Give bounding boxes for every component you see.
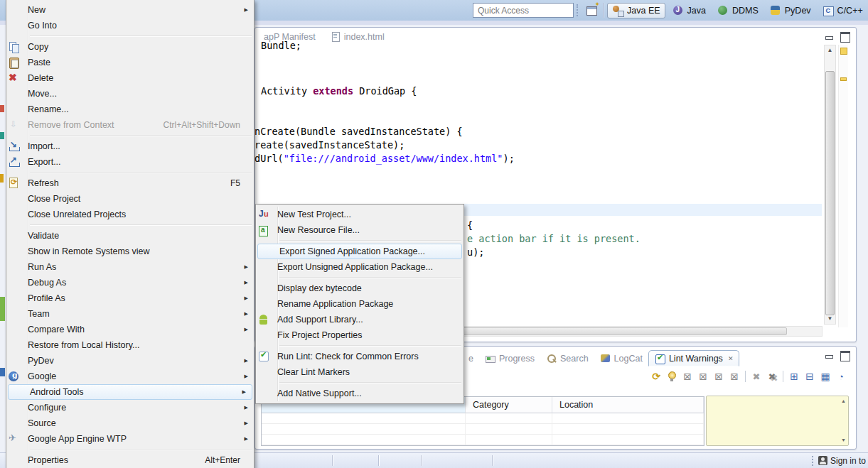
submenu-item-export-unsigned-application-package[interactable]: Export Unsigned Application Package... xyxy=(256,259,464,275)
expand-all-icon[interactable] xyxy=(786,369,802,384)
context-menu-item-properties[interactable]: PropertiesAlt+Enter xyxy=(6,452,254,468)
context-menu-item-show-in-remote-systems-view[interactable]: Show in Remote Systems view xyxy=(6,244,254,259)
submenu-item-add-native-support[interactable]: Add Native Support... xyxy=(256,386,464,401)
context-menu-item-export[interactable]: Export... xyxy=(6,154,254,170)
context-menu-item-import[interactable]: Import... xyxy=(6,138,254,154)
ignore-project-icon[interactable] xyxy=(727,369,742,384)
context-menu-item-new[interactable]: New▶ xyxy=(6,2,254,18)
scrollbar-thumb[interactable] xyxy=(825,71,835,315)
submenu-item-fix-project-properties[interactable]: Fix Project Properties xyxy=(256,327,464,343)
remove-all-markers-icon[interactable] xyxy=(764,369,780,384)
minimize-icon[interactable] xyxy=(823,349,835,360)
submenu-item-clear-lint-markers[interactable]: Clear Lint Markers xyxy=(256,364,464,380)
overview-ruler[interactable] xyxy=(838,45,848,327)
context-menu-item-delete[interactable]: Delete xyxy=(6,70,254,86)
column-header-location[interactable]: Location xyxy=(552,397,704,413)
context-menu-item-source[interactable]: Source▶ xyxy=(6,415,254,431)
annotation-marker[interactable] xyxy=(840,48,847,55)
signin-link[interactable]: Sign in to Goog xyxy=(830,456,868,466)
context-menu-item-configure[interactable]: Configure▶ xyxy=(6,400,254,415)
lint-toolbar xyxy=(648,369,849,384)
context-menu-item-debug-as[interactable]: Debug As▶ xyxy=(6,275,254,290)
scroll-down-icon[interactable]: ▼ xyxy=(825,314,835,324)
submenu-item-new-test-project[interactable]: New Test Project... xyxy=(256,207,464,222)
quick-access-input[interactable] xyxy=(473,3,574,18)
submenu-separator xyxy=(279,277,461,278)
context-menu-item-profile-as[interactable]: Profile As▶ xyxy=(6,290,254,306)
context-menu-item-close-unrelated-projects[interactable]: Close Unrelated Projects xyxy=(6,207,254,222)
collapse-all-icon[interactable] xyxy=(802,369,818,384)
context-menu-item-validate[interactable]: Validate xyxy=(6,228,254,244)
google-signin-icon[interactable] xyxy=(818,456,827,465)
table-row[interactable] xyxy=(262,435,704,445)
minimize-icon[interactable] xyxy=(823,31,835,41)
perspective-pydev[interactable]: PyDev xyxy=(766,3,815,18)
column-header-label: Location xyxy=(559,400,593,410)
context-menu-item-google[interactable]: Google▶ xyxy=(6,369,254,384)
resfile-icon xyxy=(257,224,271,236)
context-menu-item-google-app-engine-wtp[interactable]: Google App Engine WTP▶ xyxy=(6,431,254,447)
submenu-item-run-lint-check-for-common-errors[interactable]: Run Lint: Check for Common Errors xyxy=(256,349,464,364)
context-menu-item-android-tools[interactable]: Android Tools▶ xyxy=(8,384,252,400)
close-icon[interactable]: ✕ xyxy=(728,355,734,362)
options-icon[interactable] xyxy=(833,369,849,384)
maximize-icon[interactable] xyxy=(839,31,850,41)
context-menu-item-compare-with[interactable]: Compare With▶ xyxy=(6,322,254,337)
context-menu-item-rename[interactable]: Rename... xyxy=(6,102,254,117)
submenu-item-display-dex-bytecode[interactable]: Display dex bytecode xyxy=(256,281,464,296)
table-row[interactable] xyxy=(262,424,704,435)
lint-detail-textarea[interactable]: ▲ ▼ xyxy=(706,396,849,446)
ignore-check-icon[interactable] xyxy=(680,369,695,384)
submenu-item-new-resource-file[interactable]: New Resource File... xyxy=(256,222,464,238)
bottom-tab-lint-warnings[interactable]: Lint Warnings✕ xyxy=(648,350,740,366)
remove-marker-icon[interactable] xyxy=(749,369,764,384)
column-header-category[interactable]: Category xyxy=(466,397,552,413)
columns-icon[interactable] xyxy=(818,369,833,384)
quick-fix-icon[interactable] xyxy=(664,369,680,384)
context-menu-item-run-as[interactable]: Run As▶ xyxy=(6,259,254,275)
context-menu-item-remove-from-context[interactable]: Remove from ContextCtrl+Alt+Shift+Down xyxy=(6,117,254,133)
table-row[interactable] xyxy=(262,413,704,424)
scroll-up-icon[interactable]: ▲ xyxy=(825,45,835,55)
context-menu-item-move[interactable]: Move... xyxy=(6,86,254,102)
context-menu-item-close-project[interactable]: Close Project xyxy=(6,191,254,207)
bottom-tab-search[interactable]: Search xyxy=(540,350,594,366)
submenu-item-add-support-library[interactable]: Add Support Library... xyxy=(256,312,464,327)
perspective-java[interactable]: Java xyxy=(668,3,710,18)
annotation-marker[interactable] xyxy=(840,77,847,81)
perspective-label: Java EE xyxy=(627,6,660,16)
open-perspective-icon[interactable] xyxy=(586,4,599,16)
blank-icon xyxy=(7,192,21,205)
vertical-scrollbar[interactable]: ▲ ▼ xyxy=(824,45,836,325)
status-separator xyxy=(492,455,493,466)
context-menu-item-go-into[interactable]: Go Into xyxy=(6,18,254,33)
ddms-icon xyxy=(717,5,729,16)
bottom-tab-progress[interactable]: Progress xyxy=(479,350,540,366)
context-menu-item-label: Source xyxy=(28,418,56,428)
context-menu-item-team[interactable]: Team▶ xyxy=(6,306,254,322)
context-menu-item-refresh[interactable]: RefreshF5 xyxy=(6,175,254,191)
submenu-item-rename-application-package[interactable]: Rename Application Package xyxy=(256,296,464,312)
perspective-c-c[interactable]: C/C++ xyxy=(818,3,867,18)
bottom-tab-logcat[interactable]: LogCat xyxy=(594,350,648,366)
ignore-folder-icon[interactable] xyxy=(711,369,727,384)
bottom-tab-e[interactable]: e xyxy=(463,350,479,366)
submenu-item-label: Clear Lint Markers xyxy=(277,367,350,377)
submenu-item-export-signed-application-package[interactable]: Export Signed Application Package... xyxy=(257,244,462,259)
perspective-ddms[interactable]: DDMS xyxy=(713,3,763,18)
context-menu-item-restore-from-local-history[interactable]: Restore from Local History... xyxy=(6,337,254,353)
scroll-up-icon[interactable]: ▲ xyxy=(841,398,846,404)
editor-tab-index-html[interactable]: index.html xyxy=(323,29,392,45)
context-menu-item-copy[interactable]: Copy xyxy=(6,39,254,55)
bottom-tab-label: Lint Warnings xyxy=(669,354,723,364)
submenu-arrow-icon: ▶ xyxy=(245,295,252,301)
context-menu-item-paste[interactable]: Paste xyxy=(6,55,254,70)
scroll-down-icon[interactable]: ▼ xyxy=(841,437,846,443)
ignore-file-icon[interactable] xyxy=(695,369,711,384)
context-menu-item-label: Restore from Local History... xyxy=(28,340,139,350)
maximize-icon[interactable] xyxy=(839,349,850,360)
junit-icon xyxy=(257,208,271,221)
refresh-lint-icon[interactable] xyxy=(648,369,664,384)
perspective-java-ee[interactable]: Java EE xyxy=(607,3,665,18)
context-menu-item-pydev[interactable]: PyDev▶ xyxy=(6,353,254,369)
